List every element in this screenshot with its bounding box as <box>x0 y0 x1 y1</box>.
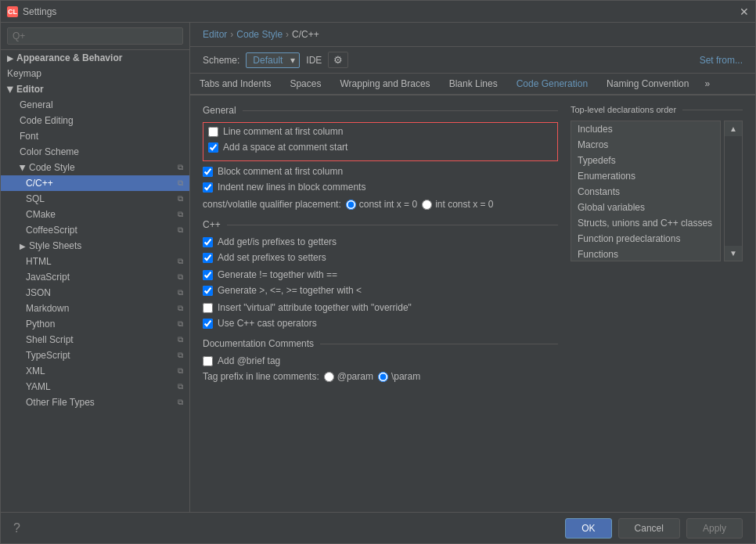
set-from-link[interactable]: Set from... <box>700 55 743 66</box>
int-const-radio[interactable] <box>422 200 432 210</box>
set-prefix-label: Add set prefixes to setters <box>218 252 326 263</box>
virtual-attr-label: Insert "virtual" attribute together with… <box>218 302 412 313</box>
indent-new-lines-checkbox[interactable] <box>203 182 213 193</box>
scheme-row: Scheme: Default IDE ⚙ Set from... <box>190 47 755 74</box>
top-level-item-func-predecl[interactable]: Function predeclarations <box>571 231 720 247</box>
copy-icon-python: ⧉ <box>178 319 183 329</box>
get-is-checkbox[interactable] <box>203 237 213 247</box>
cpp-section-title: C++ <box>203 219 558 230</box>
sidebar-item-yaml[interactable]: YAML ⧉ <box>1 379 189 394</box>
sidebar-item-general[interactable]: General <box>1 97 189 113</box>
generate-neq-checkbox[interactable] <box>203 270 213 280</box>
general-section-title: General <box>203 105 558 116</box>
copy-icon: ⧉ <box>178 163 183 172</box>
set-prefix-checkbox[interactable] <box>203 253 213 263</box>
scheme-gear-button[interactable]: ⚙ <box>328 52 348 68</box>
sidebar-item-code-editing[interactable]: Code Editing <box>1 113 189 128</box>
scroll-up-button[interactable]: ▲ <box>725 121 742 136</box>
add-space-checkbox[interactable] <box>208 142 218 153</box>
dialog-buttons: OK Cancel Apply <box>565 518 743 539</box>
cpp-cast-checkbox[interactable] <box>203 319 213 329</box>
general-section: General Line comment at first column Add… <box>203 105 558 210</box>
line-comment-checkbox[interactable] <box>208 127 218 137</box>
app-icon: CL <box>7 6 18 17</box>
sidebar-item-cmake[interactable]: CMake ⧉ <box>1 207 189 222</box>
search-input[interactable] <box>7 27 183 45</box>
sidebar-item-color-scheme[interactable]: Color Scheme <box>1 144 189 160</box>
sidebar-tree: ▶ Appearance & Behavior Keymap ▶ Editor … <box>1 50 189 512</box>
virtual-attr-checkbox[interactable] <box>203 303 213 313</box>
checkbox-indent-new-lines: Indent new lines in block comments <box>203 182 558 193</box>
copy-icon-sql: ⧉ <box>178 194 183 204</box>
backslash-param-radio[interactable] <box>378 372 388 382</box>
sidebar-item-sql[interactable]: SQL ⧉ <box>1 191 189 207</box>
doc-comments-section: Documentation Comments Add @brief tag Ta… <box>203 338 558 382</box>
scheme-label: Scheme: <box>203 55 239 66</box>
copy-icon-shell: ⧉ <box>178 335 183 344</box>
const-int-radio[interactable] <box>346 200 356 210</box>
top-level-item-constants[interactable]: Constants <box>571 184 720 200</box>
tabs-more-button[interactable]: » <box>698 74 716 94</box>
copy-icon-markdown: ⧉ <box>178 304 183 313</box>
int-const-option[interactable]: int const x = 0 <box>422 199 493 210</box>
tab-wrapping-braces[interactable]: Wrapping and Braces <box>330 74 439 95</box>
tab-spaces[interactable]: Spaces <box>280 74 330 95</box>
top-level-item-structs[interactable]: Structs, unions and C++ classes <box>571 215 720 231</box>
sidebar-item-javascript[interactable]: JavaScript ⧉ <box>1 269 189 285</box>
apply-button[interactable]: Apply <box>686 518 743 539</box>
sidebar-item-cpp[interactable]: C/C++ ⧉ <box>1 175 189 191</box>
sidebar-item-editor[interactable]: ▶ Editor <box>1 81 189 97</box>
sidebar-item-xml[interactable]: XML ⧉ <box>1 363 189 379</box>
top-level-item-enumerations[interactable]: Enumerations <box>571 168 720 184</box>
sidebar-item-code-style[interactable]: ▶ Code Style ⧉ <box>1 160 189 175</box>
add-brief-label: Add @brief tag <box>218 355 280 366</box>
tab-naming-convention[interactable]: Naming Convention <box>597 74 698 95</box>
copy-icon-cmake: ⧉ <box>178 210 183 219</box>
at-param-option[interactable]: @param <box>324 371 373 382</box>
sidebar-item-python[interactable]: Python ⧉ <box>1 316 189 332</box>
checkbox-add-brief: Add @brief tag <box>203 355 558 366</box>
sidebar-item-typescript[interactable]: TypeScript ⧉ <box>1 348 189 363</box>
settings-window: CL Settings ✕ ▶ Appearance & Behavior Ke… <box>0 0 756 544</box>
copy-icon-html: ⧉ <box>178 257 183 266</box>
top-level-item-macros[interactable]: Macros <box>571 137 720 153</box>
sidebar-item-other-file-types[interactable]: Other File Types ⧉ <box>1 394 189 410</box>
sidebar-item-style-sheets[interactable]: ▶ Style Sheets <box>1 238 189 254</box>
top-level-item-functions[interactable]: Functions <box>571 247 720 261</box>
cancel-button[interactable]: Cancel <box>618 518 680 539</box>
checkbox-cpp-cast: Use C++ cast operators <box>203 318 558 329</box>
block-comment-checkbox[interactable] <box>203 167 213 177</box>
cpp-cast-label: Use C++ cast operators <box>218 318 317 329</box>
close-button[interactable]: ✕ <box>740 5 749 18</box>
sidebar-item-markdown[interactable]: Markdown ⧉ <box>1 301 189 316</box>
sidebar-item-shell-script[interactable]: Shell Script ⧉ <box>1 332 189 348</box>
sidebar-item-json[interactable]: JSON ⧉ <box>1 285 189 301</box>
breadcrumb-current: C/C++ <box>292 29 319 40</box>
checkbox-generate-compare: Generate >, <=, >= together with < <box>203 285 558 296</box>
window-title: Settings <box>23 6 56 17</box>
tab-tabs-indents[interactable]: Tabs and Indents <box>190 74 280 95</box>
sidebar-item-keymap[interactable]: Keymap <box>1 66 189 81</box>
generate-compare-checkbox[interactable] <box>203 286 213 296</box>
backslash-param-option[interactable]: \param <box>378 371 420 382</box>
add-brief-checkbox[interactable] <box>203 356 213 366</box>
sidebar-item-html[interactable]: HTML ⧉ <box>1 254 189 269</box>
sidebar-item-appearance[interactable]: ▶ Appearance & Behavior <box>1 50 189 66</box>
top-level-item-includes[interactable]: Includes <box>571 121 720 137</box>
top-level-item-global-vars[interactable]: Global variables <box>571 200 720 215</box>
help-icon[interactable]: ? <box>13 521 20 535</box>
tab-blank-lines[interactable]: Blank Lines <box>440 74 507 95</box>
sidebar-item-coffeescript[interactable]: CoffeeScript ⧉ <box>1 222 189 238</box>
tab-code-generation[interactable]: Code Generation <box>507 74 597 95</box>
sidebar-item-font[interactable]: Font <box>1 128 189 144</box>
at-param-radio[interactable] <box>324 372 334 382</box>
scroll-down-button[interactable]: ▼ <box>725 246 742 261</box>
breadcrumb-editor[interactable]: Editor <box>203 29 227 40</box>
scheme-dropdown[interactable]: Default <box>246 52 300 68</box>
breadcrumb-code-style[interactable]: Code Style <box>236 29 283 40</box>
generate-neq-label: Generate != together with == <box>218 269 337 280</box>
const-volatile-label: const/volatile qualifier placement: <box>203 199 341 210</box>
const-int-option[interactable]: const int x = 0 <box>346 199 417 210</box>
ok-button[interactable]: OK <box>565 518 611 539</box>
top-level-item-typedefs[interactable]: Typedefs <box>571 153 720 168</box>
